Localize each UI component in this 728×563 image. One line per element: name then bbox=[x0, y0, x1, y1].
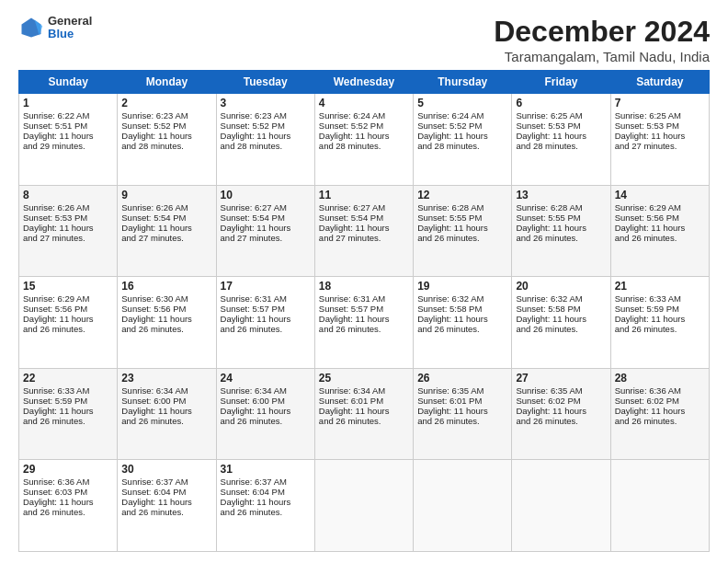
day-info: Sunrise: 6:37 AM bbox=[221, 477, 311, 487]
calendar-cell: 27Sunrise: 6:35 AMSunset: 6:02 PMDayligh… bbox=[512, 368, 610, 460]
day-info: Sunset: 6:02 PM bbox=[516, 396, 606, 406]
day-info: Daylight: 11 hours bbox=[615, 223, 705, 233]
day-info: Sunset: 6:03 PM bbox=[23, 487, 113, 497]
calendar-cell: 1Sunrise: 6:22 AMSunset: 5:51 PMDaylight… bbox=[19, 94, 118, 186]
day-info: and 26 minutes. bbox=[516, 233, 606, 243]
day-info: Sunset: 6:04 PM bbox=[221, 487, 311, 497]
day-info: Sunset: 5:53 PM bbox=[516, 121, 606, 131]
day-number: 7 bbox=[615, 97, 705, 109]
day-info: Sunrise: 6:34 AM bbox=[121, 385, 211, 396]
calendar-week-row: 1Sunrise: 6:22 AMSunset: 5:51 PMDaylight… bbox=[19, 94, 710, 186]
day-info: Sunset: 5:53 PM bbox=[615, 121, 705, 131]
day-number: 12 bbox=[417, 189, 507, 201]
day-info: Sunset: 5:52 PM bbox=[221, 121, 311, 131]
day-info: Daylight: 11 hours bbox=[23, 223, 113, 233]
day-info: Sunrise: 6:23 AM bbox=[221, 110, 311, 121]
day-info: Daylight: 11 hours bbox=[23, 131, 113, 141]
day-info: Daylight: 11 hours bbox=[319, 314, 409, 324]
calendar-cell: 26Sunrise: 6:35 AMSunset: 6:01 PMDayligh… bbox=[414, 368, 512, 460]
day-info: Daylight: 11 hours bbox=[319, 131, 409, 141]
day-info: Daylight: 11 hours bbox=[319, 223, 409, 233]
day-info: and 27 minutes. bbox=[615, 141, 705, 151]
day-info: Daylight: 11 hours bbox=[615, 406, 705, 416]
day-info: Sunrise: 6:32 AM bbox=[516, 293, 606, 304]
day-number: 13 bbox=[516, 189, 606, 201]
day-number: 23 bbox=[121, 372, 211, 385]
day-number: 15 bbox=[23, 280, 113, 293]
day-info: Sunset: 5:57 PM bbox=[319, 304, 409, 314]
day-info: and 27 minutes. bbox=[121, 233, 211, 243]
day-info: and 26 minutes. bbox=[221, 416, 311, 426]
day-info: Daylight: 11 hours bbox=[221, 497, 311, 507]
day-info: Daylight: 11 hours bbox=[516, 314, 606, 324]
day-info: Sunrise: 6:33 AM bbox=[615, 293, 705, 304]
day-info: Sunset: 5:52 PM bbox=[319, 121, 409, 131]
header: General Blue December 2024 Taramangalam,… bbox=[18, 15, 710, 64]
logo: General Blue bbox=[18, 15, 92, 41]
day-info: Sunrise: 6:25 AM bbox=[516, 110, 606, 121]
day-info: Sunset: 6:02 PM bbox=[615, 396, 705, 406]
day-number: 2 bbox=[121, 97, 211, 109]
day-info: Daylight: 11 hours bbox=[121, 223, 211, 233]
day-info: and 26 minutes. bbox=[417, 416, 507, 426]
day-number: 8 bbox=[23, 189, 113, 201]
day-info: Sunset: 5:54 PM bbox=[121, 213, 211, 223]
title-block: December 2024 Taramangalam, Tamil Nadu, … bbox=[494, 15, 710, 64]
day-number: 22 bbox=[23, 372, 113, 385]
day-number: 16 bbox=[121, 280, 211, 293]
day-info: Sunrise: 6:26 AM bbox=[23, 202, 113, 213]
calendar-cell: 25Sunrise: 6:34 AMSunset: 6:01 PMDayligh… bbox=[314, 368, 413, 460]
logo-blue: Blue bbox=[48, 28, 92, 40]
day-info: Sunrise: 6:34 AM bbox=[221, 385, 311, 396]
day-number: 27 bbox=[516, 372, 606, 385]
day-info: Sunset: 6:01 PM bbox=[417, 396, 507, 406]
day-info: Sunrise: 6:36 AM bbox=[23, 477, 113, 487]
calendar-cell: 8Sunrise: 6:26 AMSunset: 5:53 PMDaylight… bbox=[19, 185, 118, 277]
day-info: Sunset: 6:04 PM bbox=[121, 487, 211, 497]
day-info: Sunset: 5:59 PM bbox=[615, 304, 705, 314]
day-info: Daylight: 11 hours bbox=[417, 223, 507, 233]
day-info: Daylight: 11 hours bbox=[417, 314, 507, 324]
day-info: and 26 minutes. bbox=[319, 324, 409, 334]
calendar-cell bbox=[414, 460, 512, 552]
day-info: Sunrise: 6:31 AM bbox=[319, 293, 409, 304]
day-info: and 27 minutes. bbox=[221, 233, 311, 243]
calendar-cell: 6Sunrise: 6:25 AMSunset: 5:53 PMDaylight… bbox=[512, 94, 610, 186]
calendar-cell: 9Sunrise: 6:26 AMSunset: 5:54 PMDaylight… bbox=[118, 185, 216, 277]
day-info: Sunrise: 6:28 AM bbox=[417, 202, 507, 213]
day-number: 28 bbox=[615, 372, 705, 385]
day-info: and 26 minutes. bbox=[23, 416, 113, 426]
day-number: 6 bbox=[516, 97, 606, 109]
day-info: Sunrise: 6:32 AM bbox=[417, 293, 507, 304]
day-number: 10 bbox=[221, 189, 311, 201]
day-info: Sunrise: 6:24 AM bbox=[417, 110, 507, 121]
day-info: Sunset: 5:57 PM bbox=[221, 304, 311, 314]
day-info: Sunset: 5:52 PM bbox=[417, 121, 507, 131]
day-number: 21 bbox=[615, 280, 705, 293]
calendar-table: SundayMondayTuesdayWednesdayThursdayFrid… bbox=[18, 70, 710, 552]
calendar-week-row: 8Sunrise: 6:26 AMSunset: 5:53 PMDaylight… bbox=[19, 185, 710, 277]
day-info: Sunset: 5:56 PM bbox=[23, 304, 113, 314]
day-info: and 26 minutes. bbox=[615, 324, 705, 334]
calendar-cell: 21Sunrise: 6:33 AMSunset: 5:59 PMDayligh… bbox=[610, 277, 709, 369]
day-info: Daylight: 11 hours bbox=[221, 406, 311, 416]
calendar-week-row: 22Sunrise: 6:33 AMSunset: 5:59 PMDayligh… bbox=[19, 368, 710, 460]
day-header-wednesday: Wednesday bbox=[314, 71, 413, 94]
day-info: Sunset: 5:55 PM bbox=[516, 213, 606, 223]
day-info: Sunrise: 6:31 AM bbox=[221, 293, 311, 304]
logo-icon bbox=[18, 15, 44, 40]
calendar-cell: 3Sunrise: 6:23 AMSunset: 5:52 PMDaylight… bbox=[216, 94, 314, 186]
day-info: Sunrise: 6:25 AM bbox=[615, 110, 705, 121]
day-info: and 26 minutes. bbox=[121, 416, 211, 426]
day-info: Daylight: 11 hours bbox=[121, 131, 211, 141]
day-info: Sunset: 5:58 PM bbox=[516, 304, 606, 314]
day-info: Daylight: 11 hours bbox=[23, 314, 113, 324]
day-info: Daylight: 11 hours bbox=[516, 223, 606, 233]
day-number: 24 bbox=[221, 372, 311, 385]
day-info: Sunrise: 6:35 AM bbox=[417, 385, 507, 396]
day-header-tuesday: Tuesday bbox=[216, 71, 314, 94]
day-number: 31 bbox=[221, 463, 311, 476]
day-info: Sunrise: 6:27 AM bbox=[221, 202, 311, 213]
day-info: Sunset: 6:00 PM bbox=[221, 396, 311, 406]
day-info: Sunrise: 6:33 AM bbox=[23, 385, 113, 396]
